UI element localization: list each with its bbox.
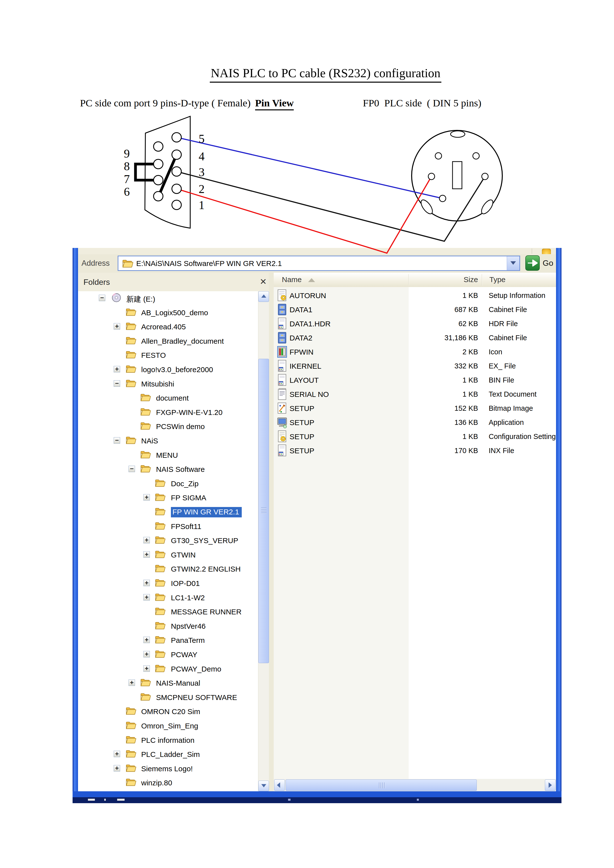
tree-item-label[interactable]: NAIS Software	[156, 465, 205, 474]
scroll-up-button[interactable]	[258, 291, 269, 302]
file-name[interactable]: SETUP	[289, 404, 314, 413]
column-header-type[interactable]: Type	[490, 275, 505, 284]
tree-item[interactable]: FP WIN GR VER2.1	[78, 505, 258, 519]
tree-item[interactable]: + IOP-D01	[78, 576, 258, 590]
expand-plus-icon[interactable]: +	[143, 594, 150, 600]
expand-plus-icon[interactable]: +	[143, 580, 150, 586]
expand-plus-icon[interactable]: +	[143, 494, 150, 501]
folder-icon[interactable]	[125, 336, 137, 346]
folder-icon[interactable]	[140, 421, 151, 432]
column-divider[interactable]	[409, 274, 409, 285]
expand-plus-icon[interactable]: +	[143, 665, 150, 672]
scroll-down-button[interactable]	[258, 781, 269, 791]
file-row[interactable]: SETUP170 KBINX File	[274, 444, 556, 458]
tree-scrollbar-thumb[interactable]	[258, 359, 269, 663]
tree-item[interactable]: − NAiS	[78, 434, 258, 448]
folder-icon[interactable]	[155, 478, 166, 489]
installer-doc-icon[interactable]	[277, 317, 288, 331]
tree-item[interactable]: − 新建 (E:)	[78, 291, 258, 305]
file-row[interactable]: SERIAL NO1 KBText Document	[274, 387, 556, 401]
folder-icon[interactable]	[125, 735, 137, 746]
tree-item-label[interactable]: FXGP-WIN-E-V1.20	[156, 408, 222, 417]
tree-item-label[interactable]: logo!v3.0_before2000	[141, 366, 213, 374]
tree-item[interactable]: + LC1-1-W2	[78, 591, 258, 604]
tree-vertical-scrollbar[interactable]	[258, 291, 269, 791]
tree-item-label[interactable]: document	[156, 394, 189, 402]
folder-icon[interactable]	[140, 392, 151, 403]
pane-splitter[interactable]	[269, 273, 274, 791]
expand-plus-icon[interactable]: +	[143, 637, 150, 643]
collapse-minus-icon[interactable]: −	[99, 295, 105, 301]
scroll-right-button[interactable]	[545, 780, 555, 791]
folder-icon[interactable]	[155, 606, 166, 617]
tree-item[interactable]: + NAIS-Manual	[78, 676, 258, 690]
file-name[interactable]: DATA2	[289, 334, 312, 342]
config-settings-icon[interactable]	[277, 430, 288, 444]
tree-item-label[interactable]: Doc_Zip	[171, 479, 199, 488]
expand-plus-icon[interactable]: +	[114, 765, 120, 772]
expand-plus-icon[interactable]: +	[143, 651, 150, 657]
file-name[interactable]: SETUP	[289, 418, 314, 427]
tree-item-label[interactable]: NpstVer46	[171, 622, 205, 631]
tree-item[interactable]: FXGP-WIN-E-V1.20	[78, 405, 258, 419]
folder-icon[interactable]	[140, 450, 151, 460]
folder-icon[interactable]	[140, 407, 151, 418]
tree-item[interactable]: − NAIS Software	[78, 462, 258, 476]
file-row[interactable]: DATA1.HDR62 KBHDR File	[274, 317, 556, 331]
tree-item[interactable]: NpstVer46	[78, 619, 258, 633]
expand-plus-icon[interactable]: +	[143, 537, 150, 543]
folder-icon[interactable]	[155, 620, 166, 631]
tree-item-label[interactable]: SMCPNEU SOFTWARE	[156, 693, 237, 702]
scroll-left-button[interactable]	[274, 780, 285, 791]
list-scrollbar-thumb[interactable]	[286, 780, 477, 791]
folder-icon[interactable]	[155, 535, 166, 546]
folder-icon[interactable]	[155, 549, 166, 560]
file-name[interactable]: DATA1.HDR	[289, 320, 331, 328]
file-name[interactable]: SETUP	[289, 432, 314, 441]
file-name[interactable]: IKERNEL	[289, 362, 321, 370]
file-name[interactable]: DATA1	[289, 305, 312, 314]
tree-item[interactable]: − Mitsubishi	[78, 377, 258, 391]
folder-icon[interactable]	[125, 364, 137, 375]
tree-item-label[interactable]: Mitsubishi	[141, 380, 174, 388]
folder-icon[interactable]	[125, 720, 137, 731]
folder-icon[interactable]	[155, 663, 166, 674]
file-row[interactable]: DATA231,186 KBCabinet File	[274, 331, 556, 345]
collapse-minus-icon[interactable]: −	[114, 380, 120, 387]
go-button[interactable]	[525, 255, 540, 271]
column-divider[interactable]	[482, 274, 482, 285]
go-label[interactable]: Go	[542, 259, 553, 268]
tree-item[interactable]: document	[78, 391, 258, 405]
tree-item-label[interactable]: NAIS-Manual	[156, 679, 200, 687]
tree-item-label[interactable]: MESSAGE RUNNER	[171, 608, 241, 616]
tree-item-label[interactable]: GTWIN2.2 ENGLISH	[171, 565, 241, 573]
tree-item[interactable]: FPSoft11	[78, 519, 258, 533]
folder-icon[interactable]	[125, 435, 137, 446]
tree-item[interactable]: + PCWAY_Demo	[78, 662, 258, 676]
tree-item[interactable]: FESTO	[78, 348, 258, 362]
tree-item[interactable]: Omron_Sim_Eng	[78, 719, 258, 733]
tree-item-label[interactable]: OMRON C20 Sim	[141, 707, 200, 716]
expand-plus-icon[interactable]: +	[114, 366, 120, 372]
folder-icon[interactable]	[155, 592, 166, 603]
folder-icon[interactable]	[155, 521, 166, 532]
folder-icon[interactable]	[140, 464, 151, 474]
file-row[interactable]: DATA1687 KBCabinet File	[274, 302, 556, 317]
folder-icon[interactable]	[140, 677, 151, 688]
tree-item-label[interactable]: FP WIN GR VER2.1	[171, 507, 242, 518]
tree-item-label[interactable]: GTWIN	[171, 551, 196, 559]
collapse-minus-icon[interactable]: −	[129, 466, 135, 472]
folder-icon[interactable]	[155, 507, 166, 518]
tree-item[interactable]: Doc_Zip	[78, 477, 258, 490]
file-row[interactable]: LAYOUT1 KBBIN File	[274, 373, 556, 387]
file-row[interactable]: FPWIN2 KBIcon	[274, 345, 556, 359]
file-row[interactable]: IKERNEL332 KBEX_ File	[274, 359, 556, 373]
file-name[interactable]: LAYOUT	[289, 376, 319, 384]
folder-icon[interactable]	[155, 578, 166, 589]
close-icon[interactable]: ✕	[260, 277, 267, 287]
fpwin-icon[interactable]	[277, 346, 288, 359]
expand-plus-icon[interactable]: +	[129, 679, 135, 686]
file-row[interactable]: SETUP1 KBConfiguration Settings	[274, 429, 556, 444]
tree-item-label[interactable]: IOP-D01	[171, 579, 200, 587]
tree-item-label[interactable]: Omron_Sim_Eng	[141, 722, 198, 730]
